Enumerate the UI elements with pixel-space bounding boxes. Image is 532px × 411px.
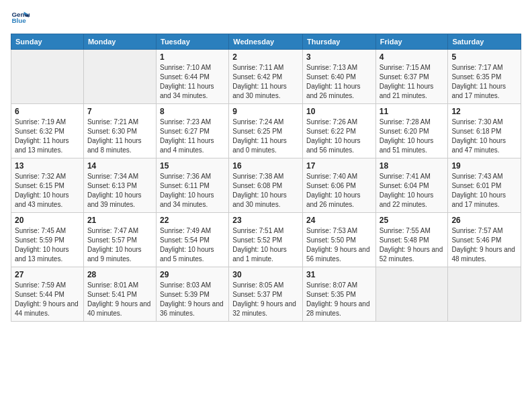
day-number: 4 [380,52,445,62]
calendar-cell [83,50,156,104]
calendar-cell: 29Sunrise: 8:03 AM Sunset: 5:39 PM Dayli… [157,267,229,322]
calendar-cell: 7Sunrise: 7:21 AM Sunset: 6:30 PM Daylig… [83,104,156,158]
day-info: Sunrise: 7:43 AM Sunset: 6:01 PM Dayligh… [451,172,517,210]
day-info: Sunrise: 7:51 AM Sunset: 5:52 PM Dayligh… [232,226,299,264]
calendar-cell: 2Sunrise: 7:11 AM Sunset: 6:42 PM Daylig… [229,50,303,104]
calendar-cell: 15Sunrise: 7:36 AM Sunset: 6:11 PM Dayli… [157,158,229,213]
day-number: 13 [15,161,80,171]
calendar-header-row: SundayMondayTuesdayWednesdayThursdayFrid… [11,34,521,50]
day-number: 8 [160,107,225,116]
calendar-cell: 16Sunrise: 7:38 AM Sunset: 6:08 PM Dayli… [229,158,303,213]
day-info: Sunrise: 7:26 AM Sunset: 6:22 PM Dayligh… [306,118,372,155]
day-number: 22 [160,216,225,225]
calendar-cell: 1Sunrise: 7:10 AM Sunset: 6:44 PM Daylig… [157,50,229,104]
day-info: Sunrise: 7:23 AM Sunset: 6:27 PM Dayligh… [160,118,225,155]
day-info: Sunrise: 7:49 AM Sunset: 5:54 PM Dayligh… [160,226,225,264]
day-info: Sunrise: 7:28 AM Sunset: 6:20 PM Dayligh… [380,118,445,155]
day-info: Sunrise: 7:24 AM Sunset: 6:25 PM Dayligh… [232,118,299,155]
calendar-cell: 5Sunrise: 7:17 AM Sunset: 6:35 PM Daylig… [448,50,521,104]
day-info: Sunrise: 7:57 AM Sunset: 5:46 PM Dayligh… [451,226,517,264]
calendar-cell: 10Sunrise: 7:26 AM Sunset: 6:22 PM Dayli… [302,104,375,158]
calendar-cell [11,50,84,104]
calendar-table: SundayMondayTuesdayWednesdayThursdayFrid… [11,34,521,322]
calendar-week-1: 1Sunrise: 7:10 AM Sunset: 6:44 PM Daylig… [11,50,521,104]
day-number: 25 [380,216,445,225]
calendar-cell: 14Sunrise: 7:34 AM Sunset: 6:13 PM Dayli… [83,158,156,213]
day-info: Sunrise: 7:36 AM Sunset: 6:11 PM Dayligh… [160,172,225,210]
day-number: 24 [306,216,372,225]
day-number: 31 [306,270,372,279]
logo-icon: General Blue [11,8,30,27]
day-number: 16 [232,161,299,171]
day-number: 7 [87,107,152,116]
day-info: Sunrise: 7:53 AM Sunset: 5:50 PM Dayligh… [306,226,372,264]
calendar-cell: 22Sunrise: 7:49 AM Sunset: 5:54 PM Dayli… [157,213,229,267]
day-number: 19 [451,161,517,171]
day-info: Sunrise: 7:10 AM Sunset: 6:44 PM Dayligh… [160,63,225,101]
day-number: 26 [451,216,517,225]
calendar-cell: 20Sunrise: 7:45 AM Sunset: 5:59 PM Dayli… [11,213,84,267]
calendar-header-monday: Monday [83,34,156,50]
calendar-cell: 17Sunrise: 7:40 AM Sunset: 6:06 PM Dayli… [302,158,375,213]
calendar-cell: 4Sunrise: 7:15 AM Sunset: 6:37 PM Daylig… [375,50,448,104]
calendar-cell: 27Sunrise: 7:59 AM Sunset: 5:44 PM Dayli… [11,267,84,322]
header: General Blue [11,8,521,27]
day-info: Sunrise: 7:21 AM Sunset: 6:30 PM Dayligh… [87,118,152,155]
day-info: Sunrise: 7:19 AM Sunset: 6:32 PM Dayligh… [15,118,80,155]
calendar-cell: 21Sunrise: 7:47 AM Sunset: 5:57 PM Dayli… [83,213,156,267]
calendar-cell: 6Sunrise: 7:19 AM Sunset: 6:32 PM Daylig… [11,104,84,158]
day-info: Sunrise: 7:55 AM Sunset: 5:48 PM Dayligh… [380,226,445,264]
calendar-cell: 3Sunrise: 7:13 AM Sunset: 6:40 PM Daylig… [302,50,375,104]
logo: General Blue [11,8,30,27]
calendar-cell: 30Sunrise: 8:05 AM Sunset: 5:37 PM Dayli… [229,267,303,322]
day-info: Sunrise: 7:13 AM Sunset: 6:40 PM Dayligh… [306,63,372,101]
calendar-cell: 25Sunrise: 7:55 AM Sunset: 5:48 PM Dayli… [375,213,448,267]
day-info: Sunrise: 7:15 AM Sunset: 6:37 PM Dayligh… [380,63,445,101]
day-info: Sunrise: 7:38 AM Sunset: 6:08 PM Dayligh… [232,172,299,210]
day-info: Sunrise: 7:32 AM Sunset: 6:15 PM Dayligh… [15,172,80,210]
calendar-cell: 24Sunrise: 7:53 AM Sunset: 5:50 PM Dayli… [302,213,375,267]
calendar-cell: 13Sunrise: 7:32 AM Sunset: 6:15 PM Dayli… [11,158,84,213]
calendar-cell: 19Sunrise: 7:43 AM Sunset: 6:01 PM Dayli… [448,158,521,213]
calendar-week-3: 13Sunrise: 7:32 AM Sunset: 6:15 PM Dayli… [11,158,521,213]
svg-text:Blue: Blue [11,17,26,24]
calendar-header-saturday: Saturday [448,34,521,50]
calendar-header-wednesday: Wednesday [229,34,303,50]
day-info: Sunrise: 7:30 AM Sunset: 6:18 PM Dayligh… [451,118,517,155]
day-number: 2 [232,52,299,62]
day-number: 10 [306,107,372,116]
calendar-cell: 18Sunrise: 7:41 AM Sunset: 6:04 PM Dayli… [375,158,448,213]
day-number: 21 [87,216,152,225]
calendar-week-5: 27Sunrise: 7:59 AM Sunset: 5:44 PM Dayli… [11,267,521,322]
day-number: 3 [306,52,372,62]
calendar-cell: 8Sunrise: 7:23 AM Sunset: 6:27 PM Daylig… [157,104,229,158]
calendar-header-tuesday: Tuesday [157,34,229,50]
calendar-cell: 28Sunrise: 8:01 AM Sunset: 5:41 PM Dayli… [83,267,156,322]
day-number: 27 [15,270,80,279]
day-number: 15 [160,161,225,171]
day-info: Sunrise: 7:47 AM Sunset: 5:57 PM Dayligh… [87,226,152,264]
day-info: Sunrise: 8:05 AM Sunset: 5:37 PM Dayligh… [232,281,299,318]
day-number: 23 [232,216,299,225]
day-number: 18 [380,161,445,171]
day-number: 17 [306,161,372,171]
calendar-cell: 11Sunrise: 7:28 AM Sunset: 6:20 PM Dayli… [375,104,448,158]
day-info: Sunrise: 7:17 AM Sunset: 6:35 PM Dayligh… [451,63,517,101]
day-info: Sunrise: 7:40 AM Sunset: 6:06 PM Dayligh… [306,172,372,210]
day-info: Sunrise: 8:03 AM Sunset: 5:39 PM Dayligh… [160,281,225,318]
calendar-cell [375,267,448,322]
day-info: Sunrise: 8:01 AM Sunset: 5:41 PM Dayligh… [87,281,152,318]
day-number: 29 [160,270,225,279]
calendar-header-friday: Friday [375,34,448,50]
day-number: 5 [451,52,517,62]
day-number: 12 [451,107,517,116]
day-info: Sunrise: 7:45 AM Sunset: 5:59 PM Dayligh… [15,226,80,264]
calendar-cell [448,267,521,322]
day-info: Sunrise: 7:34 AM Sunset: 6:13 PM Dayligh… [87,172,152,210]
day-number: 1 [160,52,225,62]
calendar-cell: 26Sunrise: 7:57 AM Sunset: 5:46 PM Dayli… [448,213,521,267]
calendar-cell: 23Sunrise: 7:51 AM Sunset: 5:52 PM Dayli… [229,213,303,267]
day-info: Sunrise: 7:11 AM Sunset: 6:42 PM Dayligh… [232,63,299,101]
page: General Blue SundayMondayTuesdayWednesda… [0,0,532,411]
calendar-cell: 31Sunrise: 8:07 AM Sunset: 5:35 PM Dayli… [302,267,375,322]
